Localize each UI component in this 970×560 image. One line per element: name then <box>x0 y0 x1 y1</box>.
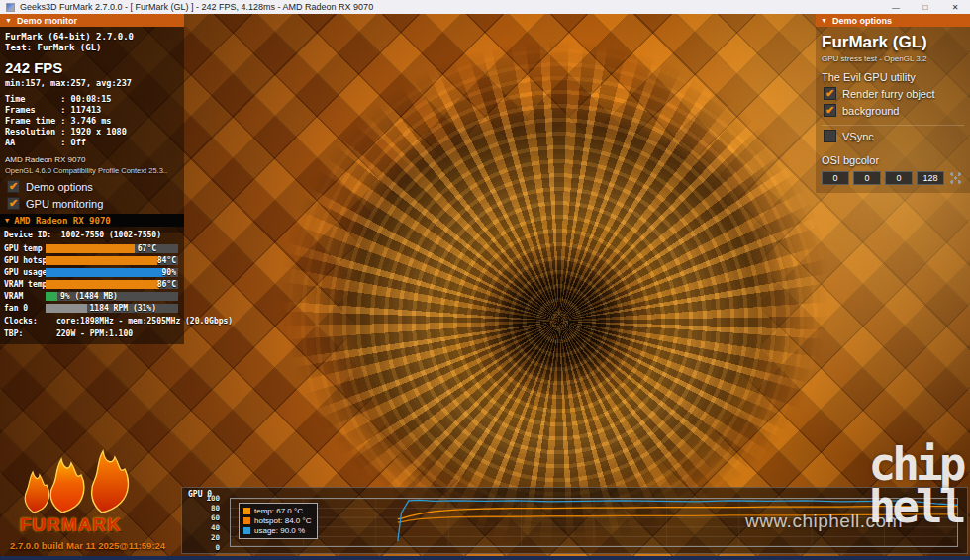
sensor-bar-fill <box>46 268 165 277</box>
chiphell-logo: chip hell <box>863 443 968 528</box>
stat-time: Time : 00:08:15 <box>5 94 179 105</box>
sensor-bar-fill <box>46 280 159 289</box>
random-color-icon[interactable] <box>948 171 963 185</box>
bgcolor-a-field[interactable]: 128 <box>917 171 944 185</box>
collapse-icon: ▼ <box>5 217 9 225</box>
close-button[interactable]: ✕ <box>940 0 970 14</box>
opengl-context-line: OpenGL 4.6.0 Compatibility Profile Conte… <box>5 166 179 175</box>
collapse-icon: ▼ <box>5 17 12 24</box>
test-subtitle: GPU stress test - OpenGL 3.2 <box>822 54 964 63</box>
stat-aa: AA : Off <box>5 138 179 148</box>
y-tick-label: 100 <box>206 494 220 503</box>
sensor-row-fan: fan 0 1184 RPM (31%) <box>4 302 180 314</box>
demo-monitor-panel: ▼ Demo monitor FurMark (64-bit) 2.7.0.0 … <box>0 14 184 233</box>
checkbox-background[interactable]: ✔ background <box>824 104 964 117</box>
check-icon: ✔ <box>9 198 18 209</box>
test-title: FurMark (GL) <box>822 33 964 52</box>
checkbox-label: VSync <box>842 131 874 142</box>
device-id-line: Device ID: 1002-7550 (1002-7550) <box>4 230 180 240</box>
demo-options-title: Demo options <box>832 16 892 26</box>
sensor-bar: 1184 RPM (31%) <box>46 304 178 313</box>
checkbox-box[interactable]: ✔ <box>824 104 836 117</box>
divider <box>822 125 964 126</box>
checkbox-label: GPU monitoring <box>26 198 103 210</box>
bgcolor-b-field[interactable]: 0 <box>885 171 913 185</box>
temp-swatch-icon <box>243 508 250 514</box>
legend-item-hotspot: hotspot: 84.0 °C <box>243 516 311 525</box>
sensor-bar: 9% (1484 MB) <box>46 292 178 301</box>
title-bar: Geeks3D FurMark 2.7.0.0 - [ FurMark (GL)… <box>0 0 970 14</box>
test-line: Test: FurMark (GL) <box>5 43 179 53</box>
app-version-line: FurMark (64-bit) 2.7.0.0 <box>5 32 179 43</box>
tbp-line: TBP: 220W - PPM:1.100 <box>4 328 180 339</box>
furry-donut-render <box>275 36 835 554</box>
demo-monitor-title: Demo monitor <box>17 16 77 26</box>
fps-readout: 242 FPS <box>5 59 179 76</box>
checkbox-box[interactable]: ✔ <box>824 87 836 100</box>
hotspot-swatch-icon <box>243 517 250 524</box>
furmark-logo: FURMARK 2.7.0.0 build Mar 11 2025@11:59:… <box>8 443 176 551</box>
sensor-bar: 86°C <box>46 280 178 289</box>
sensor-row-gpu-hotspot: GPU hotspot 84°C <box>4 254 180 266</box>
y-tick-label: 80 <box>211 504 220 513</box>
sensor-bar: 84°C <box>46 256 178 265</box>
minimize-button[interactable]: — <box>881 0 911 14</box>
sensor-bar-fill <box>46 244 135 253</box>
checkbox-label: Render furry object <box>842 88 935 100</box>
furmark-wordmark: FURMARK <box>20 514 176 536</box>
usage-swatch-icon <box>243 527 250 534</box>
graph-legend: temp: 67.0 °C hotspot: 84.0 °C usage: 90… <box>239 503 318 539</box>
collapse-icon: ▼ <box>821 17 827 24</box>
build-info: 2.7.0.0 build Mar 11 2025@11:59:24 <box>10 540 176 551</box>
gpu-monitoring-panel: ▼ AMD Radeon RX 9070 Device ID: 1002-755… <box>0 214 184 344</box>
app-icon <box>6 3 15 12</box>
utility-line: The Evil GPU utility <box>822 71 964 83</box>
sensor-row-vram: VRAM 9% (1484 MB) <box>4 290 180 302</box>
checkbox-demo-options[interactable]: ✔ Demo options <box>7 180 179 193</box>
demo-monitor-header[interactable]: ▼ Demo monitor <box>0 14 184 27</box>
window-bottom-border <box>0 556 970 560</box>
sensor-value: 67°C <box>138 244 156 253</box>
y-tick-label: 40 <box>211 523 220 532</box>
checkbox-gpu-monitoring[interactable]: ✔ GPU monitoring <box>7 197 179 210</box>
clocks-line: Clocks: core:1898MHz - mem:2505MHz (20.0… <box>4 316 180 327</box>
sensor-value: 84°C <box>157 256 176 265</box>
sensor-value: 90% <box>162 268 176 277</box>
checkbox-label: background <box>842 105 900 117</box>
demo-options-header[interactable]: ▼ Demo options <box>816 14 970 27</box>
stat-frametime: Frame time : 3.746 ms <box>5 116 179 127</box>
checkbox-render-furry-object[interactable]: ✔ Render furry object <box>824 87 964 100</box>
sensor-row-gpu-temp: GPU temp 67°C <box>4 242 180 254</box>
bgcolor-g-field[interactable]: 0 <box>853 171 881 185</box>
gpu-name-line: AMD Radeon RX 9070 <box>5 155 179 164</box>
stat-resolution: Resolution : 1920 x 1080 <box>5 127 179 138</box>
sensor-bar: 90% <box>46 268 178 277</box>
check-icon: ✔ <box>9 181 18 192</box>
sensor-value: 1184 RPM (31%) <box>90 304 156 313</box>
check-icon: ✔ <box>825 88 834 99</box>
sensor-value: 9% (1484 MB) <box>60 292 118 301</box>
bgcolor-r-field[interactable]: 0 <box>822 171 849 185</box>
legend-item-temp: temp: 67.0 °C <box>243 507 311 515</box>
y-tick-label: 60 <box>211 513 220 522</box>
legend-item-usage: usage: 90.0 % <box>243 526 311 535</box>
sensor-bar-fill <box>46 256 157 265</box>
checkbox-label: Demo options <box>26 181 93 193</box>
checkbox-vsync[interactable]: ✔ VSync <box>824 130 964 142</box>
y-tick-label: 20 <box>211 533 220 542</box>
y-tick-label: 0 <box>215 543 220 552</box>
sensor-row-vram-temp: VRAM temp 86°C <box>4 278 180 290</box>
gpu-panel-title: AMD Radeon RX 9070 <box>14 216 111 226</box>
furmark-window: Geeks3D FurMark 2.7.0.0 - [ FurMark (GL)… <box>0 0 970 560</box>
graph-y-axis: 100806040200 <box>182 488 226 555</box>
checkbox-box[interactable]: ✔ <box>7 180 20 193</box>
stat-frames: Frames : 117413 <box>5 105 179 116</box>
checkbox-box[interactable]: ✔ <box>7 197 20 210</box>
maximize-button[interactable]: □ <box>911 0 940 14</box>
checkbox-box[interactable]: ✔ <box>824 130 836 142</box>
flame-icon <box>8 443 156 516</box>
osi-bgcolor-label: OSI bgcolor <box>822 154 964 166</box>
gpu-panel-header[interactable]: ▼ AMD Radeon RX 9070 <box>0 214 184 227</box>
sensor-bar-fill <box>46 304 87 313</box>
sensor-bar-fill <box>46 292 57 301</box>
